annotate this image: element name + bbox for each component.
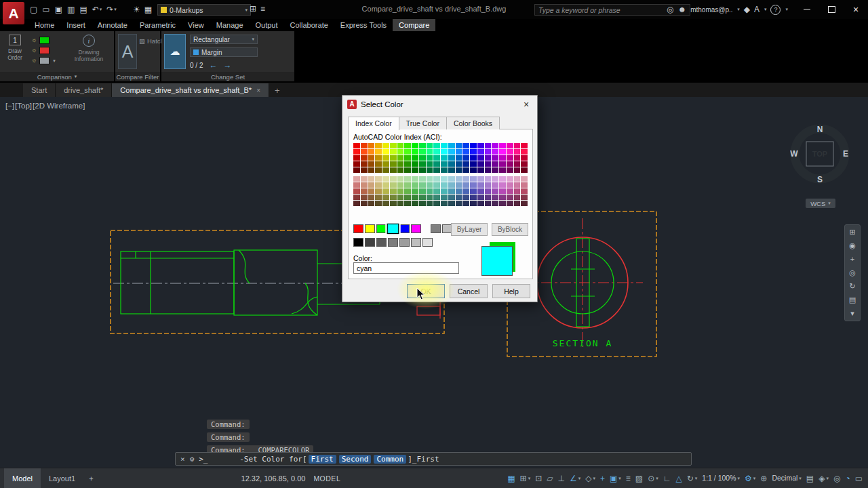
aci-swatch[interactable] xyxy=(514,167,521,173)
aci-swatch[interactable] xyxy=(462,201,469,206)
aci-swatch[interactable] xyxy=(390,182,397,188)
file-tab-drive-shaft-[interactable]: drive_shaft* xyxy=(56,83,112,97)
markups-dropdown[interactable]: 0-Markups ▾ xyxy=(157,4,251,16)
aci-swatch[interactable] xyxy=(390,176,397,182)
aci-swatch[interactable] xyxy=(404,149,411,155)
text-filter-button[interactable]: A xyxy=(118,34,137,69)
aci-swatch[interactable] xyxy=(514,161,521,167)
aci-swatch[interactable] xyxy=(470,195,477,200)
navbar-grid-icon[interactable]: ⊞ xyxy=(849,228,855,236)
aci-swatch[interactable] xyxy=(448,155,455,161)
aci-swatch[interactable] xyxy=(477,176,484,182)
ribbon-tab-express-tools[interactable]: Express Tools xyxy=(334,19,393,31)
command-line[interactable]: × ⚙ >_ -Set Color for[FirstSecondCommon]… xyxy=(175,452,692,466)
aci-swatch[interactable] xyxy=(382,143,389,148)
aci-swatch[interactable] xyxy=(404,201,411,206)
aci-swatch[interactable] xyxy=(353,195,360,200)
aci-swatch[interactable] xyxy=(412,201,418,206)
aci-swatch[interactable] xyxy=(485,182,492,188)
command-option-common[interactable]: Common xyxy=(374,455,406,464)
dynamic-ucs-icon[interactable]: ∟ xyxy=(663,474,671,483)
share-icon[interactable]: A xyxy=(754,5,760,14)
aci-swatch[interactable] xyxy=(521,176,528,182)
annotation-visibility-icon[interactable]: △ xyxy=(676,474,682,483)
color-swatch[interactable] xyxy=(39,37,50,44)
aci-swatch[interactable] xyxy=(368,167,375,173)
maximize-button[interactable] xyxy=(819,0,844,18)
aci-swatch[interactable] xyxy=(361,149,368,155)
aci-swatch[interactable] xyxy=(456,161,462,167)
aci-swatch[interactable] xyxy=(441,201,448,206)
aci-swatch[interactable] xyxy=(375,176,382,182)
aci-swatch[interactable] xyxy=(361,188,368,194)
aci-swatch[interactable] xyxy=(353,155,360,161)
aci-swatch[interactable] xyxy=(448,201,455,206)
aci-swatch[interactable] xyxy=(492,176,498,182)
aci-swatch[interactable] xyxy=(470,182,477,188)
hatch-filter-button[interactable]: ▨ Hatch xyxy=(139,37,164,45)
aci-swatch[interactable] xyxy=(499,176,506,182)
aci-swatch[interactable] xyxy=(448,161,455,167)
aci-swatch[interactable] xyxy=(477,201,484,206)
pan-icon[interactable]: + xyxy=(850,256,854,263)
aci-swatch[interactable] xyxy=(427,167,433,173)
aci-swatch[interactable] xyxy=(507,182,513,188)
drawing-information-button[interactable]: i Drawing Information xyxy=(68,35,110,62)
aci-swatch[interactable] xyxy=(433,155,440,161)
aci-swatch[interactable] xyxy=(404,182,411,188)
aci-swatch[interactable] xyxy=(368,201,375,206)
dialog-tab-true-color[interactable]: True Color xyxy=(399,117,447,129)
aci-swatch[interactable] xyxy=(462,195,469,200)
aci-swatch[interactable] xyxy=(456,201,462,206)
aci-swatch[interactable] xyxy=(382,201,389,206)
aci-swatch[interactable] xyxy=(485,188,492,194)
ribbon-tab-annotate[interactable]: Annotate xyxy=(92,19,134,31)
aci-swatch[interactable] xyxy=(368,176,375,182)
aci-swatch[interactable] xyxy=(448,182,455,188)
aci-swatch[interactable] xyxy=(514,195,521,200)
dialog-tab-color-books[interactable]: Color Books xyxy=(446,117,500,129)
aci-swatch[interactable] xyxy=(375,143,382,148)
save-icon[interactable]: ▣ xyxy=(55,5,62,14)
aci-swatch[interactable] xyxy=(456,182,462,188)
help-icon[interactable]: ? xyxy=(770,5,781,15)
aci-swatch[interactable] xyxy=(390,143,397,148)
aci-swatch[interactable] xyxy=(433,161,440,167)
clean-screen-icon[interactable]: ▭ xyxy=(855,474,863,483)
aci-swatch[interactable] xyxy=(441,182,448,188)
standard-color-cyan[interactable] xyxy=(387,224,399,234)
aci-swatch[interactable] xyxy=(448,167,455,173)
viewport-view-control[interactable]: [Top] xyxy=(15,102,32,110)
lock-ui-icon[interactable]: ◈▾ xyxy=(818,474,829,483)
aci-swatch[interactable] xyxy=(419,155,426,161)
aci-swatch[interactable] xyxy=(412,167,418,173)
aci-swatch[interactable] xyxy=(470,176,477,182)
aci-swatch[interactable] xyxy=(507,195,513,200)
aci-swatch[interactable] xyxy=(462,149,469,155)
aci-swatch[interactable] xyxy=(419,176,426,182)
aci-swatch[interactable] xyxy=(433,149,440,155)
aci-swatch[interactable] xyxy=(448,143,455,148)
aci-swatch[interactable] xyxy=(433,188,440,194)
ribbon-tab-home[interactable]: Home xyxy=(28,19,60,31)
zoom-icon[interactable]: ◎ xyxy=(849,269,856,277)
aci-swatch[interactable] xyxy=(521,155,528,161)
aci-swatch[interactable] xyxy=(361,176,368,182)
aci-swatch[interactable] xyxy=(419,161,426,167)
aci-swatch[interactable] xyxy=(485,161,492,167)
aci-swatch[interactable] xyxy=(353,182,360,188)
aci-swatch[interactable] xyxy=(382,167,389,173)
aci-swatch[interactable] xyxy=(514,143,521,148)
aci-swatch[interactable] xyxy=(419,195,426,200)
add-layout-button[interactable]: + xyxy=(83,474,98,483)
aci-swatch[interactable] xyxy=(507,176,513,182)
aci-swatch[interactable] xyxy=(499,195,506,200)
aci-swatch[interactable] xyxy=(404,195,411,200)
aci-swatch[interactable] xyxy=(514,188,521,194)
file-tab-compare-drive-shaft-vs-drive-shaft-b-[interactable]: Compare_drive_shaft vs drive_shaft_B*× xyxy=(112,83,269,97)
grid-icon[interactable]: ▦ xyxy=(507,474,515,483)
aci-swatch[interactable] xyxy=(521,195,528,200)
aci-swatch[interactable] xyxy=(514,155,521,161)
ribbon-tab-insert[interactable]: Insert xyxy=(60,19,92,31)
aci-swatch[interactable] xyxy=(499,143,506,148)
